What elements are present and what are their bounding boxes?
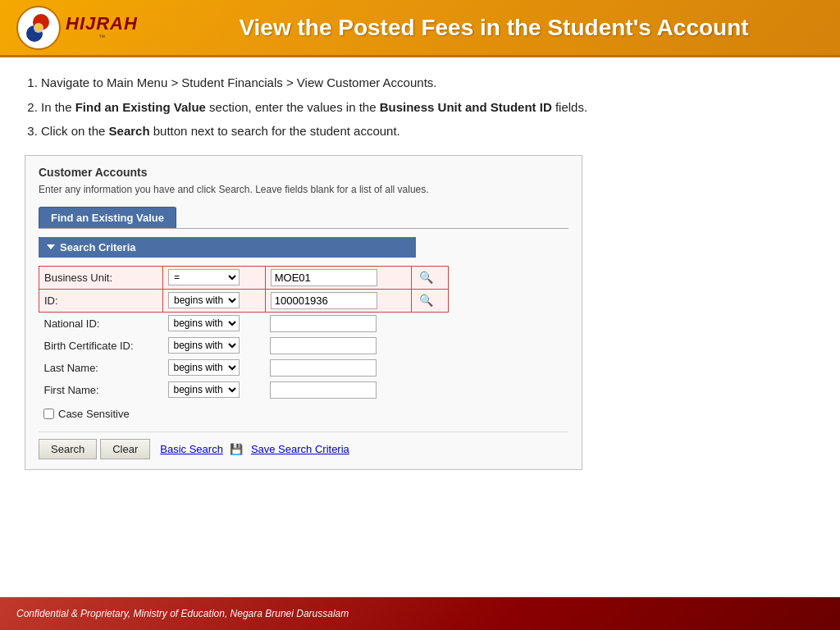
value-input-business-unit[interactable] (271, 269, 377, 286)
field-label-national-id: National ID: (39, 312, 163, 335)
main-content: Navigate to Main Menu > Student Financia… (0, 57, 840, 597)
collapse-icon (47, 244, 55, 249)
logo-area: HIJRAH ™ (16, 6, 180, 50)
instructions: Navigate to Main Menu > Student Financia… (25, 72, 815, 142)
value-input-first-name[interactable] (270, 381, 377, 399)
operator-select-birth-cert[interactable]: begins with = contains (168, 337, 240, 354)
empty-cell-birth-cert (412, 335, 449, 357)
page-title: View the Posted Fees in the Student's Ac… (180, 15, 824, 41)
field-label-first-name: First Name: (39, 379, 163, 401)
empty-cell-last-name (412, 357, 449, 379)
search-icon-cell-id: 🔍 (412, 289, 449, 312)
table-row: National ID: begins with = contains (39, 312, 449, 335)
operator-cell-first-name: begins with = contains (163, 379, 266, 401)
search-icon-id[interactable]: 🔍 (417, 293, 436, 308)
logo-svg (20, 9, 57, 47)
operator-cell-id: begins with = contains (163, 289, 266, 312)
footer-text: Confidential & Proprietary, Ministry of … (16, 608, 349, 619)
operator-select-business-unit[interactable]: = begins with contains (168, 269, 240, 285)
instruction-step3: Click on the Search button next to searc… (41, 121, 815, 142)
search-criteria-bar[interactable]: Search Criteria (39, 237, 416, 258)
logo-subtext: ™ (66, 34, 138, 41)
logo-text-area: HIJRAH ™ (66, 15, 138, 41)
instruction-step1: Navigate to Main Menu > Student Financia… (41, 72, 815, 94)
operator-cell-national-id: begins with = contains (163, 312, 266, 335)
table-row: Last Name: begins with = contains (39, 357, 449, 379)
value-cell-first-name (265, 379, 411, 401)
operator-select-last-name[interactable]: begins with = contains (168, 359, 240, 376)
clear-button[interactable]: Clear (100, 439, 150, 459)
case-sensitive-row: Case Sensitive (43, 408, 568, 420)
logo-circle (16, 6, 61, 50)
panel-title: Customer Accounts (39, 166, 568, 179)
operator-cell-last-name: begins with = contains (163, 357, 266, 379)
case-sensitive-label: Case Sensitive (58, 408, 130, 420)
field-label-id: ID: (39, 289, 163, 312)
field-label-business-unit: Business Unit: (39, 266, 163, 289)
search-icon-cell-business-unit: 🔍 (412, 266, 449, 289)
basic-search-button[interactable]: Basic Search (153, 443, 230, 455)
value-input-last-name[interactable] (270, 359, 377, 377)
empty-cell-national-id (412, 312, 449, 335)
logo-brand: HIJRAH (66, 15, 138, 33)
value-input-birth-cert[interactable] (270, 337, 377, 354)
operator-cell-business-unit: = begins with contains (163, 266, 266, 289)
search-button[interactable]: Search (39, 439, 97, 459)
value-cell-national-id (265, 312, 411, 335)
operator-select-id[interactable]: begins with = contains (168, 292, 240, 308)
footer: Confidential & Proprietary, Ministry of … (0, 597, 840, 630)
value-cell-business-unit (265, 266, 411, 289)
value-input-national-id[interactable] (270, 315, 377, 332)
table-row: ID: begins with = contains 🔍 (39, 289, 449, 312)
tab-divider (39, 228, 568, 229)
search-icon-business-unit[interactable]: 🔍 (417, 270, 436, 285)
tab-find-existing-value[interactable]: Find an Existing Value (39, 207, 176, 228)
case-sensitive-checkbox[interactable] (43, 409, 54, 419)
divider (39, 431, 568, 432)
field-label-birth-cert: Birth Certificate ID: (39, 335, 163, 357)
operator-cell-birth-cert: begins with = contains (163, 335, 266, 357)
header: HIJRAH ™ View the Posted Fees in the Stu… (0, 0, 840, 57)
search-form: Business Unit: = begins with contains 🔍 (39, 266, 449, 401)
save-icon: 💾 (230, 443, 243, 455)
tabs-row: Find an Existing Value (39, 207, 568, 228)
instruction-step2: In the Find an Existing Value section, e… (41, 97, 815, 118)
table-row: Business Unit: = begins with contains 🔍 (39, 266, 449, 289)
table-row: Birth Certificate ID: begins with = cont… (39, 335, 449, 357)
action-buttons: Search Clear Basic Search 💾 Save Search … (39, 439, 568, 459)
value-cell-last-name (265, 357, 411, 379)
panel-subtitle: Enter any information you have and click… (39, 184, 568, 195)
empty-cell-first-name (412, 379, 449, 401)
search-criteria-label: Search Criteria (60, 241, 136, 253)
operator-select-national-id[interactable]: begins with = contains (168, 315, 240, 331)
save-search-criteria-button[interactable]: Save Search Criteria (244, 443, 356, 455)
table-row: First Name: begins with = contains (39, 379, 449, 401)
value-cell-birth-cert (265, 335, 411, 357)
operator-select-first-name[interactable]: begins with = contains (168, 381, 240, 398)
value-cell-id (265, 289, 411, 312)
value-input-id[interactable] (271, 292, 377, 309)
customer-accounts-panel: Customer Accounts Enter any information … (25, 155, 582, 470)
field-label-last-name: Last Name: (39, 357, 163, 379)
